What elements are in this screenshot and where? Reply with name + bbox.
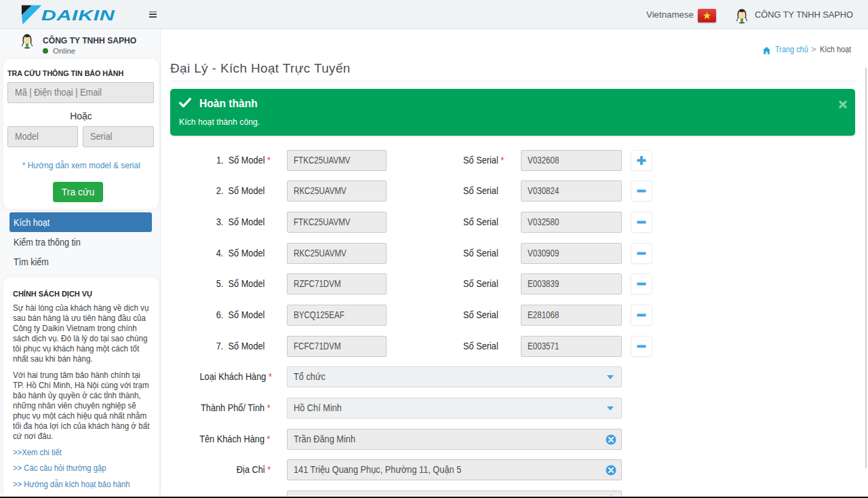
svg-text:DAIKIN: DAIKIN <box>41 7 115 24</box>
